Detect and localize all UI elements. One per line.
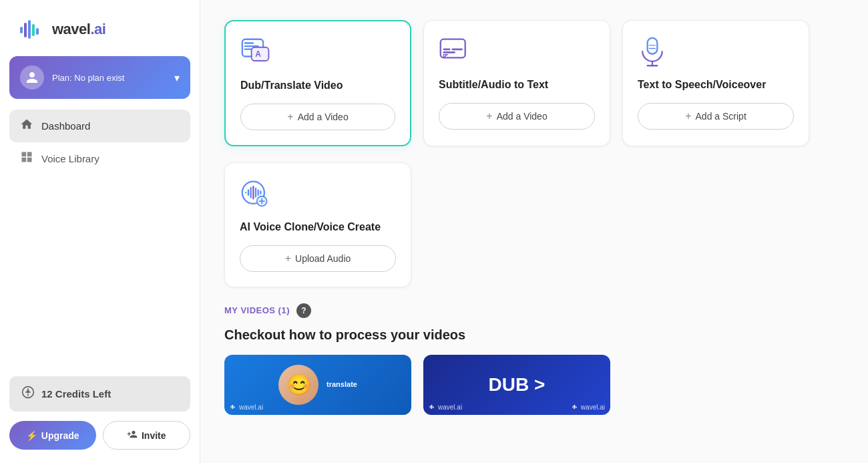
svg-rect-2 xyxy=(24,23,27,37)
plan-text: Plan: No plan exist xyxy=(52,73,124,83)
card-title-subtitle: Subtitle/Audio to Text xyxy=(439,78,595,92)
svg-rect-4 xyxy=(32,24,35,36)
credits-button[interactable]: 12 Credits Left xyxy=(9,376,190,412)
sidebar-item-dashboard[interactable]: Dashboard xyxy=(9,110,190,142)
upgrade-label: Upgrade xyxy=(41,430,79,441)
bolt-icon: ⚡ xyxy=(26,430,37,441)
add-video-button-subtitle[interactable]: + Add a Video xyxy=(439,103,595,130)
svg-rect-5 xyxy=(36,28,39,35)
svg-rect-42 xyxy=(433,407,434,408)
person-plus-icon xyxy=(127,429,138,442)
upload-audio-button[interactable]: + Upload Audio xyxy=(240,245,396,272)
my-videos-title: MY VIDEOS (1) xyxy=(224,305,290,315)
profile-area[interactable]: Plan: No plan exist ▾ xyxy=(9,56,190,99)
svg-rect-40 xyxy=(431,405,432,409)
svg-rect-16 xyxy=(443,51,455,53)
logo-text: wavel.ai xyxy=(52,21,105,38)
sidebar-item-voice-library[interactable]: Voice Library xyxy=(9,142,190,175)
invite-button[interactable]: Invite xyxy=(103,421,191,450)
invite-label: Invite xyxy=(142,430,166,441)
avatar xyxy=(20,65,44,90)
checkout-title: Checkout how to process your videos xyxy=(224,327,844,343)
feature-card-dub-translate: A Dub/Translate Video + Add a Video xyxy=(224,20,411,146)
sidebar-item-label-dashboard: Dashboard xyxy=(41,120,90,132)
nav-items: Dashboard Voice Library xyxy=(0,104,200,376)
help-icon[interactable]: ? xyxy=(296,303,311,318)
add-script-button[interactable]: + Add a Script xyxy=(638,103,794,130)
grid-icon xyxy=(20,150,33,167)
wavel-logo-icon xyxy=(16,15,45,44)
my-videos-header: MY VIDEOS (1) ? xyxy=(224,303,844,318)
svg-rect-14 xyxy=(443,48,450,50)
thumb-face-1: 😊 xyxy=(278,365,318,405)
card-title-dub-translate: Dub/Translate Video xyxy=(240,79,395,93)
feature-cards-grid: A Dub/Translate Video + Add a Video xyxy=(224,20,844,146)
svg-rect-33 xyxy=(230,406,231,408)
voice-clone-icon xyxy=(240,179,396,210)
plus-icon-3: + xyxy=(685,110,691,122)
svg-rect-35 xyxy=(232,405,233,409)
mic-icon xyxy=(638,37,794,67)
svg-rect-3 xyxy=(28,20,31,39)
dub-text: DUB > xyxy=(489,374,546,396)
translate-icon: A xyxy=(240,37,395,68)
upgrade-button[interactable]: ⚡ Upgrade xyxy=(9,421,96,450)
svg-rect-34 xyxy=(232,406,232,409)
plus-icon-2: + xyxy=(486,110,492,122)
chevron-down-icon: ▾ xyxy=(174,71,180,84)
svg-rect-8 xyxy=(244,42,254,43)
bottom-buttons: ⚡ Upgrade Invite xyxy=(0,421,200,463)
svg-rect-39 xyxy=(431,406,431,409)
svg-rect-15 xyxy=(451,48,463,50)
profile-left: Plan: No plan exist xyxy=(20,65,124,90)
video-thumb-2[interactable]: DUB > wavel.ai wavel.ai xyxy=(423,355,610,415)
credits-icon xyxy=(21,385,35,402)
card-title-tts: Text to Speech/Voiceover xyxy=(638,78,794,92)
plus-icon: + xyxy=(287,111,293,123)
upload-audio-label: Upload Audio xyxy=(295,253,351,264)
svg-rect-46 xyxy=(575,406,576,408)
svg-rect-1 xyxy=(20,27,23,33)
credits-area: 12 Credits Left xyxy=(9,376,190,412)
svg-rect-45 xyxy=(574,405,575,409)
svg-rect-17 xyxy=(648,38,658,54)
thumb-watermark-2: wavel.ai xyxy=(429,404,462,411)
home-icon xyxy=(20,118,33,134)
main-content: A Dub/Translate Video + Add a Video xyxy=(200,0,868,463)
svg-text:A: A xyxy=(255,49,261,59)
svg-rect-43 xyxy=(572,406,573,408)
video-thumb-1[interactable]: 😊 translate wavel.ai xyxy=(224,355,411,415)
add-video-label-dub: Add a Video xyxy=(298,112,349,122)
svg-rect-47 xyxy=(576,407,577,408)
plus-icon-4: + xyxy=(285,253,291,265)
add-video-label-subtitle: Add a Video xyxy=(497,111,548,122)
svg-rect-38 xyxy=(429,406,430,408)
feature-card-subtitle: Subtitle/Audio to Text + Add a Video xyxy=(423,20,610,146)
feature-cards-row2: AI Voice Clone/Voice Create + Upload Aud… xyxy=(224,162,844,287)
thumb-watermark-right-2: wavel.ai xyxy=(572,404,605,411)
add-video-button-dub[interactable]: + Add a Video xyxy=(240,104,395,130)
feature-card-voice-clone: AI Voice Clone/Voice Create + Upload Aud… xyxy=(224,162,411,287)
svg-rect-37 xyxy=(234,407,235,408)
add-script-label: Add a Script xyxy=(696,111,746,122)
svg-rect-36 xyxy=(233,406,234,408)
svg-rect-44 xyxy=(574,406,574,409)
logo-area: wavel.ai xyxy=(0,0,200,56)
credits-label: 12 Credits Left xyxy=(41,388,111,400)
thumb-watermark-1: wavel.ai xyxy=(230,404,263,411)
svg-rect-41 xyxy=(432,406,433,408)
video-thumbnails: 😊 translate wavel.ai DUB > wavel.ai wave… xyxy=(224,355,844,415)
subtitle-icon xyxy=(439,37,595,67)
card-title-voice-clone: AI Voice Clone/Voice Create xyxy=(240,220,396,235)
sidebar-item-label-voice-library: Voice Library xyxy=(41,153,99,164)
sidebar: wavel.ai Plan: No plan exist ▾ Dashboard… xyxy=(0,0,200,463)
feature-card-tts: Text to Speech/Voiceover + Add a Script xyxy=(622,20,809,146)
